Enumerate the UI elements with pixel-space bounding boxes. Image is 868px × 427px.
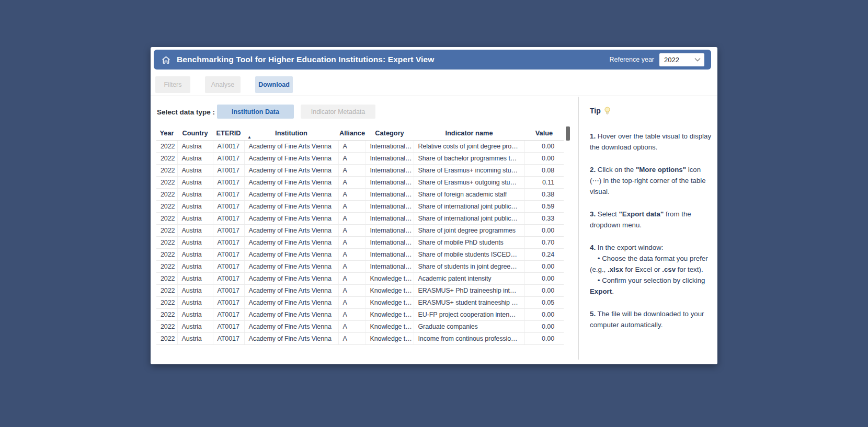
column-header-value[interactable]: Value [524,126,564,140]
table-row[interactable]: 2022AustriaAT0017Academy of Fine Arts Vi… [156,140,564,152]
reference-year-control: Reference year 2022 [610,53,711,66]
table-row[interactable]: 2022AustriaAT0017Academy of Fine Arts Vi… [156,164,564,176]
cell-year: 2022 [156,140,177,152]
cell-indicator-name: Share of international joint public… [414,212,524,224]
table-row[interactable]: 2022AustriaAT0017Academy of Fine Arts Vi… [156,188,564,200]
cell-value: 0.38 [524,188,564,200]
cell-alliance: A [338,332,366,344]
table-row[interactable]: 2022AustriaAT0017Academy of Fine Arts Vi… [156,212,564,224]
cell-category: International… [366,236,414,248]
column-header-year[interactable]: Year [156,126,177,140]
column-header-eterid[interactable]: ETERID [213,126,244,140]
cell-country: Austria [177,332,213,344]
cell-category: International… [366,212,414,224]
cell-category: Knowledge t… [366,296,414,308]
cell-category: International… [366,164,414,176]
reference-year-dropdown[interactable]: 2022 [659,53,704,66]
cell-alliance: A [338,296,366,308]
cell-indicator-name: Share of mobile students ISCED… [414,248,524,260]
cell-alliance: A [338,164,366,176]
cell-category: International… [366,260,414,272]
tip-paragraph: 3. Select "Export data" from the dropdow… [590,209,712,230]
column-header-country[interactable]: Country [177,126,213,140]
cell-institution: Academy of Fine Arts Vienna [244,200,338,212]
table-row[interactable]: 2022AustriaAT0017Academy of Fine Arts Vi… [156,248,564,260]
table-row[interactable]: 2022AustriaAT0017Academy of Fine Arts Vi… [156,320,564,332]
cell-year: 2022 [156,212,177,224]
table-row[interactable]: 2022AustriaAT0017Academy of Fine Arts Vi… [156,272,564,284]
cell-institution: Academy of Fine Arts Vienna [244,296,338,308]
cell-eterid: AT0017 [213,248,244,260]
cell-alliance: A [338,236,366,248]
table-scrollbar-thumb[interactable] [566,126,570,141]
cell-country: Austria [177,308,213,320]
cell-country: Austria [177,320,213,332]
table-row[interactable]: 2022AustriaAT0017Academy of Fine Arts Vi… [156,260,564,272]
cell-country: Austria [177,140,213,152]
cell-country: Austria [177,236,213,248]
tip-paragraph: 5. The file will be downloaded to your c… [590,308,712,330]
sort-ascending-icon[interactable]: ▲ [247,135,252,140]
cell-eterid: AT0017 [213,140,244,152]
cell-eterid: AT0017 [213,224,244,236]
table-row[interactable]: 2022AustriaAT0017Academy of Fine Arts Vi… [156,176,564,188]
cell-year: 2022 [156,200,177,212]
table-row[interactable]: 2022AustriaAT0017Academy of Fine Arts Vi… [156,332,564,344]
table-row[interactable]: 2022AustriaAT0017Academy of Fine Arts Vi… [156,308,564,320]
column-header-alliance[interactable]: Alliance [338,126,366,140]
institution-data-button[interactable]: Institution Data [217,105,294,119]
tip-panel: Tip 1. Hover over the table visual to di… [590,107,712,342]
cell-year: 2022 [156,260,177,272]
cell-institution: Academy of Fine Arts Vienna [244,260,338,272]
column-header-indicator-name[interactable]: Indicator name [414,126,524,140]
cell-year: 2022 [156,164,177,176]
cell-eterid: AT0017 [213,284,244,296]
table-row[interactable]: 2022AustriaAT0017Academy of Fine Arts Vi… [156,200,564,212]
cell-indicator-name: Academic patent intensity [414,272,524,284]
cell-eterid: AT0017 [213,212,244,224]
cell-value: 0.00 [524,272,564,284]
cell-category: International… [366,224,414,236]
cell-category: Knowledge t… [366,272,414,284]
cell-indicator-name: Share of bachelor programmes t… [414,152,524,164]
cell-indicator-name: EU-FP project cooperation inten… [414,308,524,320]
home-button[interactable] [161,54,171,65]
cell-eterid: AT0017 [213,272,244,284]
cell-value: 0.00 [524,320,564,332]
tab-download[interactable]: Download [255,76,293,93]
cell-value: 0.33 [524,212,564,224]
cell-year: 2022 [156,308,177,320]
cell-category: Knowledge t… [366,284,414,296]
table-row[interactable]: 2022AustriaAT0017Academy of Fine Arts Vi… [156,284,564,296]
panel-divider [578,97,579,360]
cell-eterid: AT0017 [213,296,244,308]
cell-eterid: AT0017 [213,164,244,176]
chevron-down-icon [694,57,701,62]
cell-institution: Academy of Fine Arts Vienna [244,188,338,200]
cell-indicator-name: Share of mobile PhD students [414,236,524,248]
cell-institution: Academy of Fine Arts Vienna [244,212,338,224]
tab-filters[interactable]: Filters [155,76,190,93]
cell-institution: Academy of Fine Arts Vienna [244,332,338,344]
table-row[interactable]: 2022AustriaAT0017Academy of Fine Arts Vi… [156,296,564,308]
table-row[interactable]: 2022AustriaAT0017Academy of Fine Arts Vi… [156,224,564,236]
tip-title-text: Tip [590,107,601,115]
cell-institution: Academy of Fine Arts Vienna [244,152,338,164]
home-icon [161,55,171,65]
cell-country: Austria [177,188,213,200]
cell-indicator-name: Graduate companies [414,320,524,332]
indicator-metadata-button[interactable]: Indicator Metadata [301,105,375,119]
cell-value: 0.00 [524,140,564,152]
table-row[interactable]: 2022AustriaAT0017Academy of Fine Arts Vi… [156,236,564,248]
cell-alliance: A [338,248,366,260]
column-header-institution[interactable]: Institution [244,126,338,140]
table-row[interactable]: 2022AustriaAT0017Academy of Fine Arts Vi… [156,152,564,164]
tab-analyse[interactable]: Analyse [205,76,241,93]
cell-country: Austria [177,152,213,164]
column-header-category[interactable]: Category [366,126,414,140]
cell-indicator-name: Share of joint degree programmes [414,224,524,236]
cell-eterid: AT0017 [213,260,244,272]
cell-eterid: AT0017 [213,332,244,344]
cell-country: Austria [177,272,213,284]
cell-eterid: AT0017 [213,152,244,164]
